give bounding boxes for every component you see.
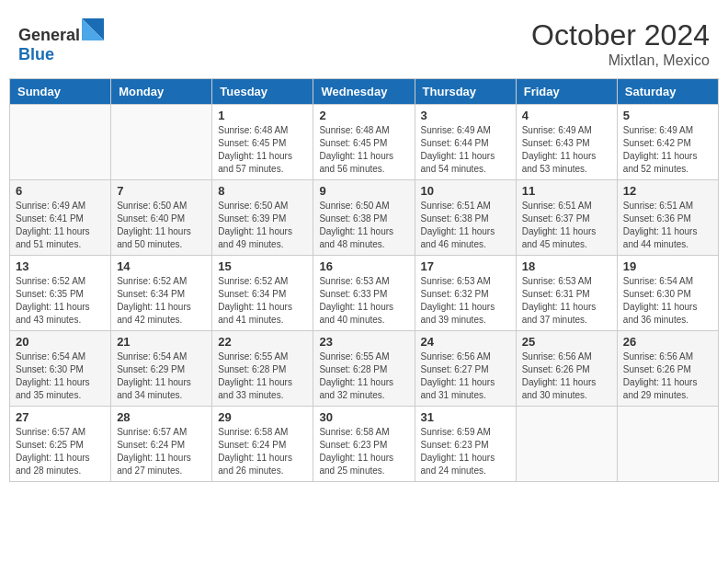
day-info: Sunrise: 6:51 AM Sunset: 6:38 PM Dayligh…	[421, 200, 510, 251]
day-number: 27	[16, 410, 105, 424]
logo-text: General Blue	[18, 18, 104, 64]
calendar-cell: 7Sunrise: 6:50 AM Sunset: 6:40 PM Daylig…	[111, 180, 212, 256]
day-info: Sunrise: 6:50 AM Sunset: 6:38 PM Dayligh…	[319, 200, 408, 251]
calendar-week-row: 20Sunrise: 6:54 AM Sunset: 6:30 PM Dayli…	[10, 331, 719, 407]
day-number: 9	[319, 184, 408, 198]
weekday-header: Sunday	[10, 79, 111, 105]
day-info: Sunrise: 6:53 AM Sunset: 6:31 PM Dayligh…	[522, 275, 611, 327]
day-info: Sunrise: 6:48 AM Sunset: 6:45 PM Dayligh…	[319, 124, 408, 176]
day-number: 5	[623, 109, 712, 122]
day-number: 18	[522, 259, 611, 273]
day-number: 24	[421, 335, 510, 349]
day-number: 16	[319, 259, 408, 273]
calendar-cell: 29Sunrise: 6:58 AM Sunset: 6:24 PM Dayli…	[212, 407, 313, 482]
weekday-header: Thursday	[415, 79, 516, 105]
day-number: 23	[319, 335, 408, 349]
location-title: Mixtlan, Mexico	[531, 52, 710, 69]
calendar-cell: 5Sunrise: 6:49 AM Sunset: 6:42 PM Daylig…	[617, 105, 718, 180]
day-number: 4	[522, 109, 611, 122]
day-info: Sunrise: 6:53 AM Sunset: 6:33 PM Dayligh…	[319, 275, 408, 327]
day-info: Sunrise: 6:52 AM Sunset: 6:34 PM Dayligh…	[218, 275, 307, 327]
calendar-header-row: SundayMondayTuesdayWednesdayThursdayFrid…	[10, 79, 719, 105]
day-number: 25	[522, 335, 611, 349]
day-info: Sunrise: 6:55 AM Sunset: 6:28 PM Dayligh…	[319, 350, 408, 402]
calendar-cell	[617, 407, 718, 482]
weekday-header: Monday	[111, 79, 212, 105]
day-info: Sunrise: 6:51 AM Sunset: 6:37 PM Dayligh…	[522, 200, 611, 251]
day-number: 21	[117, 335, 206, 349]
logo-icon	[82, 18, 104, 40]
calendar-cell: 30Sunrise: 6:58 AM Sunset: 6:23 PM Dayli…	[313, 407, 415, 482]
day-info: Sunrise: 6:48 AM Sunset: 6:45 PM Dayligh…	[218, 124, 307, 176]
day-info: Sunrise: 6:54 AM Sunset: 6:29 PM Dayligh…	[117, 350, 206, 402]
day-info: Sunrise: 6:50 AM Sunset: 6:39 PM Dayligh…	[218, 200, 307, 251]
day-info: Sunrise: 6:49 AM Sunset: 6:44 PM Dayligh…	[421, 124, 510, 176]
day-info: Sunrise: 6:58 AM Sunset: 6:24 PM Dayligh…	[218, 426, 307, 477]
calendar-cell: 15Sunrise: 6:52 AM Sunset: 6:34 PM Dayli…	[212, 256, 313, 331]
day-number: 8	[218, 184, 307, 198]
day-info: Sunrise: 6:50 AM Sunset: 6:40 PM Dayligh…	[117, 200, 206, 251]
day-info: Sunrise: 6:59 AM Sunset: 6:23 PM Dayligh…	[421, 426, 510, 477]
day-number: 30	[319, 410, 408, 424]
logo-blue: Blue	[18, 45, 54, 63]
day-number: 17	[421, 259, 510, 273]
calendar-cell: 9Sunrise: 6:50 AM Sunset: 6:38 PM Daylig…	[313, 180, 415, 256]
calendar-table: SundayMondayTuesdayWednesdayThursdayFrid…	[9, 78, 719, 482]
calendar-cell: 26Sunrise: 6:56 AM Sunset: 6:26 PM Dayli…	[617, 331, 718, 407]
calendar-cell: 12Sunrise: 6:51 AM Sunset: 6:36 PM Dayli…	[617, 180, 718, 256]
calendar-cell	[111, 105, 212, 180]
calendar-cell: 19Sunrise: 6:54 AM Sunset: 6:30 PM Dayli…	[617, 256, 718, 331]
day-info: Sunrise: 6:51 AM Sunset: 6:36 PM Dayligh…	[623, 200, 712, 251]
day-number: 1	[218, 109, 307, 122]
weekday-header: Tuesday	[212, 79, 313, 105]
calendar-cell	[10, 105, 111, 180]
calendar-cell: 4Sunrise: 6:49 AM Sunset: 6:43 PM Daylig…	[516, 105, 617, 180]
calendar-cell: 23Sunrise: 6:55 AM Sunset: 6:28 PM Dayli…	[313, 331, 415, 407]
day-number: 19	[623, 259, 712, 273]
day-info: Sunrise: 6:58 AM Sunset: 6:23 PM Dayligh…	[319, 426, 408, 477]
calendar-cell: 8Sunrise: 6:50 AM Sunset: 6:39 PM Daylig…	[212, 180, 313, 256]
calendar-cell: 14Sunrise: 6:52 AM Sunset: 6:34 PM Dayli…	[111, 256, 212, 331]
calendar-cell: 18Sunrise: 6:53 AM Sunset: 6:31 PM Dayli…	[516, 256, 617, 331]
weekday-header: Saturday	[617, 79, 718, 105]
calendar-cell: 6Sunrise: 6:49 AM Sunset: 6:41 PM Daylig…	[10, 180, 111, 256]
day-number: 3	[421, 109, 510, 122]
day-number: 29	[218, 410, 307, 424]
calendar-cell: 25Sunrise: 6:56 AM Sunset: 6:26 PM Dayli…	[516, 331, 617, 407]
calendar-cell: 11Sunrise: 6:51 AM Sunset: 6:37 PM Dayli…	[516, 180, 617, 256]
day-info: Sunrise: 6:54 AM Sunset: 6:30 PM Dayligh…	[16, 350, 105, 402]
calendar-cell: 10Sunrise: 6:51 AM Sunset: 6:38 PM Dayli…	[415, 180, 516, 256]
day-info: Sunrise: 6:53 AM Sunset: 6:32 PM Dayligh…	[421, 275, 510, 327]
page-header: General Blue October 2024 Mixtlan, Mexic…	[9, 9, 719, 74]
calendar-cell: 27Sunrise: 6:57 AM Sunset: 6:25 PM Dayli…	[10, 407, 111, 482]
day-number: 20	[16, 335, 105, 349]
day-number: 6	[16, 184, 105, 198]
day-number: 15	[218, 259, 307, 273]
day-info: Sunrise: 6:49 AM Sunset: 6:43 PM Dayligh…	[522, 124, 611, 176]
day-number: 7	[117, 184, 206, 198]
logo-general: General	[18, 26, 80, 44]
month-title: October 2024	[531, 18, 710, 52]
title-block: October 2024 Mixtlan, Mexico	[531, 18, 710, 69]
calendar-cell	[516, 407, 617, 482]
calendar-cell: 3Sunrise: 6:49 AM Sunset: 6:44 PM Daylig…	[415, 105, 516, 180]
calendar-cell: 2Sunrise: 6:48 AM Sunset: 6:45 PM Daylig…	[313, 105, 415, 180]
day-number: 14	[117, 259, 206, 273]
calendar-week-row: 27Sunrise: 6:57 AM Sunset: 6:25 PM Dayli…	[10, 407, 719, 482]
calendar-cell: 17Sunrise: 6:53 AM Sunset: 6:32 PM Dayli…	[415, 256, 516, 331]
day-number: 11	[522, 184, 611, 198]
day-info: Sunrise: 6:56 AM Sunset: 6:26 PM Dayligh…	[623, 350, 712, 402]
day-number: 10	[421, 184, 510, 198]
day-info: Sunrise: 6:49 AM Sunset: 6:42 PM Dayligh…	[623, 124, 712, 176]
day-info: Sunrise: 6:56 AM Sunset: 6:27 PM Dayligh…	[421, 350, 510, 402]
calendar-cell: 28Sunrise: 6:57 AM Sunset: 6:24 PM Dayli…	[111, 407, 212, 482]
day-number: 2	[319, 109, 408, 122]
calendar-cell: 20Sunrise: 6:54 AM Sunset: 6:30 PM Dayli…	[10, 331, 111, 407]
weekday-header: Friday	[516, 79, 617, 105]
calendar-cell: 13Sunrise: 6:52 AM Sunset: 6:35 PM Dayli…	[10, 256, 111, 331]
day-info: Sunrise: 6:54 AM Sunset: 6:30 PM Dayligh…	[623, 275, 712, 327]
day-info: Sunrise: 6:52 AM Sunset: 6:34 PM Dayligh…	[117, 275, 206, 327]
day-info: Sunrise: 6:49 AM Sunset: 6:41 PM Dayligh…	[16, 200, 105, 251]
day-number: 31	[421, 410, 510, 424]
day-info: Sunrise: 6:52 AM Sunset: 6:35 PM Dayligh…	[16, 275, 105, 327]
